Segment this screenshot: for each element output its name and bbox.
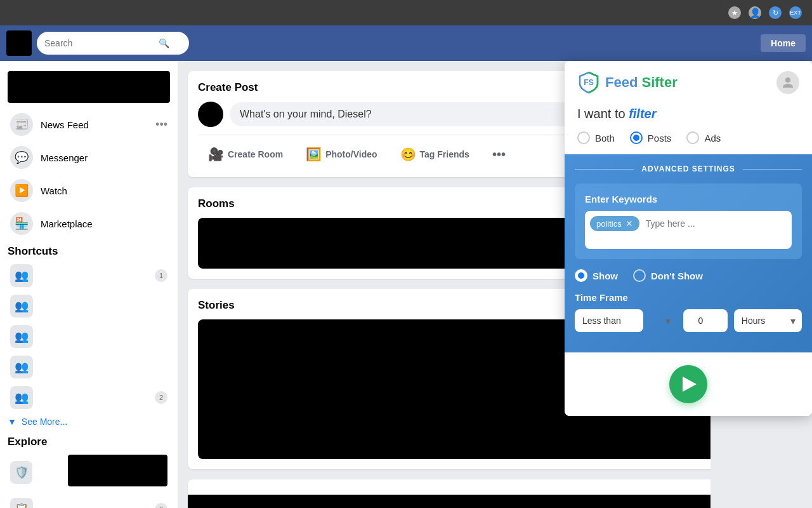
search-input[interactable] [44, 38, 159, 48]
tag-icon: 😊 [400, 147, 416, 162]
user-account-icon[interactable] [776, 71, 799, 94]
chevron-down-icon: ▼ [8, 417, 16, 427]
svg-point-1 [785, 77, 790, 83]
timeframe-number-input[interactable] [683, 309, 728, 332]
shortcut-icon: 👥 [10, 264, 33, 287]
tag-friends-label: Tag Friends [420, 149, 469, 159]
dont-show-label: Don't Show [651, 271, 703, 281]
keywords-text-input[interactable] [643, 216, 787, 231]
timeframe-controls: Less than More than Exactly Hours Days W… [575, 309, 802, 332]
shortcut-item[interactable]: 👥 [3, 352, 175, 382]
shortcut-icon: 👥 [10, 295, 33, 318]
create-room-button[interactable]: 🎥 Create Room [198, 142, 293, 167]
video-icon: 🎥 [208, 147, 224, 162]
shortcut-item[interactable]: 👥 [3, 321, 175, 352]
logo-feed-text: Feed [605, 74, 638, 90]
sidebar-item-label: News Feed [41, 119, 89, 130]
marketplace-icon: 🏪 [10, 212, 33, 235]
home-button[interactable]: Home [761, 34, 806, 52]
profile-box [8, 71, 170, 103]
extensions-icon[interactable]: EXT [789, 6, 802, 19]
sidebar-item-messenger[interactable]: 💬 Messenger [3, 141, 175, 174]
filter-option-ads[interactable]: Ads [686, 131, 721, 144]
nav-right: Home [761, 34, 806, 52]
accounts-icon[interactable]: 👤 [749, 6, 761, 19]
show-options: Show Don't Show [575, 269, 802, 282]
show-option-dont-show[interactable]: Don't Show [633, 269, 703, 282]
radio-show [575, 269, 587, 282]
sidebar-item-marketplace[interactable]: 🏪 Marketplace [3, 207, 175, 240]
photo-video-button[interactable]: 🖼️ Photo/Video [296, 142, 387, 167]
chrome-bar: ★ 👤 ↻ EXT [0, 0, 812, 25]
see-more-shortcuts[interactable]: ▼ See More... [0, 413, 178, 431]
explore-item-2[interactable]: 📋 9 [3, 494, 175, 508]
post-content [188, 495, 802, 508]
keywords-section: Enter Keywords politics ✕ [575, 184, 802, 259]
shortcut-item[interactable]: 👥 2 [3, 382, 175, 413]
more-options-button[interactable]: ••• [482, 142, 516, 167]
sidebar-item-news-feed[interactable]: 📰 News Feed ••• [3, 108, 175, 141]
logo-shield-icon: FS [577, 71, 600, 94]
shortcut-item[interactable]: 👥 [3, 291, 175, 321]
filter-title: I want to filter [565, 104, 812, 131]
shortcut-item[interactable]: 👥 1 [3, 260, 175, 291]
keyword-tag-text: politics [596, 219, 622, 229]
sync-icon[interactable]: ↻ [769, 6, 782, 19]
show-option-show[interactable]: Show [575, 269, 618, 282]
play-icon [683, 377, 697, 392]
radio-posts-label: Posts [648, 133, 672, 144]
photo-icon: 🖼️ [306, 147, 322, 162]
search-icon: 🔍 [159, 38, 169, 48]
radio-posts [630, 131, 643, 144]
keywords-input-box[interactable]: politics ✕ [585, 211, 792, 249]
filter-option-posts[interactable]: Posts [630, 131, 672, 144]
timeframe-select-wrapper: Less than More than Exactly [575, 309, 677, 332]
more-icon: ••• [492, 147, 506, 162]
star-icon[interactable]: ★ [728, 6, 741, 19]
radio-both [577, 131, 590, 144]
shortcut-badge: 1 [155, 269, 167, 282]
header-line-left [575, 169, 634, 170]
shortcut-icon: 👥 [10, 386, 33, 409]
advanced-settings-title: ADVANCED SETTINGS [641, 164, 735, 173]
post-card [188, 479, 802, 508]
apply-filter-button[interactable] [669, 365, 707, 403]
feed-sifter-popup: FS Feed Sifter I want to filter [565, 61, 812, 416]
remove-tag-button[interactable]: ✕ [625, 218, 633, 229]
rooms-title: Rooms [198, 197, 235, 210]
radio-both-label: Both [595, 133, 615, 144]
post-header [188, 479, 802, 495]
filter-keyword: filter [629, 107, 656, 121]
advanced-settings-header: ADVANCED SETTINGS [575, 164, 802, 173]
timeframe-section: Time Frame Less than More than Exactly H… [575, 292, 802, 332]
explore-item-shield[interactable]: 🛡️ [3, 451, 175, 494]
search-bar[interactable]: 🔍 [37, 32, 189, 55]
logo-text: Feed Sifter [605, 74, 678, 91]
shortcuts-title: Shortcuts [0, 240, 178, 260]
tag-friends-button[interactable]: 😊 Tag Friends [390, 142, 480, 167]
keyword-tag-politics: politics ✕ [590, 216, 639, 231]
shortcut-icon: 👥 [10, 356, 33, 378]
timeframe-unit-select[interactable]: Hours Days Weeks [734, 309, 802, 332]
messenger-icon: 💬 [10, 146, 33, 169]
main-layout: 📰 News Feed ••• 💬 Messenger ▶️ Watch 🏪 M… [0, 61, 812, 508]
sidebar-item-watch[interactable]: ▶️ Watch [3, 174, 175, 207]
show-label: Show [593, 271, 618, 281]
sidebar-item-label: Watch [41, 185, 67, 196]
play-button-container [565, 352, 812, 416]
news-feed-icon: 📰 [10, 113, 33, 136]
more-options-icon[interactable]: ••• [155, 118, 167, 131]
sidebar-item-label: Messenger [41, 152, 88, 163]
radio-dont-show [633, 269, 646, 282]
logo-sifter-text: Sifter [641, 74, 677, 90]
popup-logo: FS Feed Sifter [577, 71, 678, 94]
advanced-settings-panel: ADVANCED SETTINGS Enter Keywords politic… [565, 154, 812, 352]
facebook-navbar: 🔍 Home [0, 25, 812, 61]
create-room-label: Create Room [228, 149, 283, 159]
explore-icon: 📋 [10, 498, 33, 508]
timeframe-select[interactable]: Less than More than Exactly [575, 309, 643, 332]
explore-badge: 9 [155, 503, 167, 508]
radio-ads [686, 131, 699, 144]
timeframe-label: Time Frame [575, 292, 802, 303]
filter-option-both[interactable]: Both [577, 131, 615, 144]
